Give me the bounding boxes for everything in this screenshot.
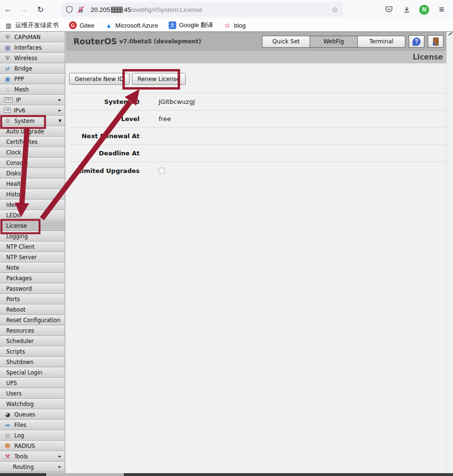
horizontal-scrollbar[interactable] bbox=[0, 473, 453, 476]
bookmark-label: Microsoft Azure bbox=[115, 22, 158, 29]
sidebar-item-label: Reset Configuration bbox=[6, 317, 60, 324]
sidebar-item-bridge[interactable]: ⇄Bridge bbox=[0, 63, 65, 74]
sidebar-item-ports[interactable]: Ports bbox=[0, 294, 65, 304]
help-button[interactable]: ? bbox=[409, 35, 424, 48]
sidebar-item-label: Wireless bbox=[14, 55, 37, 61]
back-icon[interactable]: ← bbox=[0, 5, 16, 14]
sidebar-item-history[interactable]: History bbox=[0, 189, 65, 200]
sidebar-item-clock[interactable]: Clock bbox=[0, 147, 65, 158]
sidebar-item-label: Special Login bbox=[6, 369, 42, 376]
sidebar-item-leds[interactable]: LEDs bbox=[0, 210, 65, 221]
sidebar-item-users[interactable]: Users bbox=[0, 388, 65, 399]
sidebar-item-tools[interactable]: ⚒Tools► bbox=[0, 451, 65, 462]
sidebar-item-ntp-server[interactable]: NTP Server bbox=[0, 252, 65, 263]
pocket-icon[interactable] bbox=[383, 6, 394, 13]
header-tabs: Quick SetWebFigTerminal bbox=[262, 36, 405, 48]
bookmark-label: 运维开发绿皮书 bbox=[15, 21, 59, 30]
brand-version: v7.0beta5 (development) bbox=[120, 38, 201, 45]
sidebar-item-reboot[interactable]: Reboot bbox=[0, 304, 65, 315]
bookmark-label: Google 翻译 bbox=[179, 21, 213, 30]
bookmark-google[interactable]: 文Google 翻译 bbox=[169, 21, 213, 30]
sidebar-item-label: Password bbox=[6, 285, 32, 292]
downloads-icon[interactable] bbox=[401, 6, 413, 13]
sidebar-item-shutdown[interactable]: Shutdown bbox=[0, 357, 65, 367]
sidebar-item-files[interactable]: ▬Files bbox=[0, 420, 65, 430]
log-icon: ▤ bbox=[3, 433, 12, 438]
sidebar-item-reset-configuration[interactable]: Reset Configuration bbox=[0, 315, 65, 325]
sidebar-item-ip[interactable]: 255IP► bbox=[0, 95, 65, 105]
sidebar-item-resources[interactable]: Resources bbox=[0, 325, 65, 336]
bookmarks-bar: ▥运维开发绿皮书GGitee▲Microsoft Azure文Google 翻译… bbox=[0, 19, 453, 31]
tab-quick-set[interactable]: Quick Set bbox=[262, 36, 310, 48]
sidebar-item-label: LEDs bbox=[6, 212, 20, 219]
sidebar-item-wireless[interactable]: ΨWireless bbox=[0, 53, 65, 63]
vertical-scrollbar[interactable] bbox=[446, 32, 453, 473]
field-value: JGItbcwuzgJ bbox=[159, 98, 195, 105]
bookmark-star-icon[interactable]: ☆ bbox=[332, 5, 338, 14]
folder-icon: ▬ bbox=[3, 422, 12, 428]
reload-icon[interactable]: ↻ bbox=[32, 5, 49, 15]
sidebar-item-label: License bbox=[6, 223, 27, 229]
sidebar-item-password[interactable]: Password bbox=[0, 284, 65, 294]
logout-button[interactable] bbox=[428, 35, 443, 48]
sidebar-item-watchdog[interactable]: Watchdog bbox=[0, 399, 65, 409]
sidebar-item-ipv6[interactable]: v6IPv6► bbox=[0, 105, 65, 116]
sidebar-item-ups[interactable]: UPS bbox=[0, 378, 65, 388]
sidebar-item-label: Queues bbox=[14, 411, 35, 418]
sidebar-item-special-login[interactable]: Special Login bbox=[0, 367, 65, 378]
generate-new-id-button[interactable]: Generate New ID bbox=[69, 73, 130, 85]
sidebar-item-interfaces[interactable]: ▦Interfaces bbox=[0, 42, 65, 53]
renew-license-button[interactable]: Renew License bbox=[132, 73, 186, 85]
url-bar[interactable]: 20.20545/webfig/#System:License ☆ bbox=[61, 2, 343, 17]
sidebar-item-radius[interactable]: ☻RADIUS bbox=[0, 441, 65, 451]
sidebar-item-license[interactable]: License bbox=[0, 221, 65, 231]
sidebar-item-scripts[interactable]: Scripts bbox=[0, 346, 65, 357]
sidebar-item-ntp-client[interactable]: NTP Client bbox=[0, 242, 65, 252]
sidebar-item-console[interactable]: Console bbox=[0, 158, 65, 168]
sidebar-item-label: Shutdown bbox=[6, 359, 33, 365]
bookmark-blog[interactable]: ✿blog bbox=[223, 21, 246, 29]
forward-icon[interactable]: → bbox=[16, 5, 32, 14]
sidebar-item-label: Files bbox=[14, 422, 26, 428]
sidebar-item-disks[interactable]: Disks bbox=[0, 168, 65, 179]
sidebar-item-log[interactable]: ▤Log bbox=[0, 430, 65, 441]
sidebar-item-label: Scheduler bbox=[6, 338, 34, 344]
sidebar-item-capsman[interactable]: ΨCAPsMAN bbox=[0, 32, 65, 42]
sidebar-item-label: Routing bbox=[13, 464, 34, 470]
sidebar-item-health[interactable]: Health bbox=[0, 179, 65, 189]
menu-icon[interactable]: ≡ bbox=[436, 4, 447, 15]
limited-upgrades-checkbox[interactable] bbox=[159, 168, 165, 174]
horizontal-scrollbar-thumb[interactable] bbox=[46, 473, 124, 476]
tab-terminal[interactable]: Terminal bbox=[357, 36, 405, 48]
bookmark-label: Gitee bbox=[80, 22, 94, 29]
sidebar-item-label: Mesh bbox=[14, 86, 29, 93]
sidebar-item-note[interactable]: Note bbox=[0, 263, 65, 273]
sidebar-item-queues[interactable]: ◕Queues bbox=[0, 409, 65, 420]
sidebar-item-scheduler[interactable]: Scheduler bbox=[0, 336, 65, 346]
sidebar-item-logging[interactable]: Logging bbox=[0, 231, 65, 242]
sidebar-item-label: IPv6 bbox=[14, 107, 25, 114]
sidebar-item-label: Auto Upgrade bbox=[6, 128, 44, 135]
tab-webfig[interactable]: WebFig bbox=[310, 36, 358, 48]
sidebar-item-auto-upgrade[interactable]: Auto Upgrade bbox=[0, 126, 65, 137]
sidebar-item-label: Certificates bbox=[6, 139, 38, 145]
sidebar-item-mesh[interactable]: ∴Mesh bbox=[0, 84, 65, 95]
sidebar-item-label: System bbox=[14, 118, 35, 124]
chevron-right-icon: ► bbox=[59, 454, 61, 458]
sidebar-item-certificates[interactable]: Certificates bbox=[0, 137, 65, 147]
bookmark-microsoft-azure[interactable]: ▲Microsoft Azure bbox=[105, 21, 158, 29]
tracking-protection-shield-icon[interactable] bbox=[66, 6, 73, 13]
bookmark-[interactable]: ▥运维开发绿皮书 bbox=[5, 21, 59, 30]
brand-name: RouterOS bbox=[73, 37, 117, 46]
extension-badge-icon[interactable]: N bbox=[419, 5, 429, 15]
sidebar-item-ppp[interactable]: ▣PPP bbox=[0, 74, 65, 84]
bookmark-gitee[interactable]: GGitee bbox=[69, 21, 94, 29]
sidebar-item-routing[interactable]: Routing► bbox=[0, 462, 65, 472]
sidebar-item-label: Users bbox=[6, 390, 21, 397]
page-title: License bbox=[413, 53, 443, 61]
sidebar-item-system[interactable]: ⚙System▼ bbox=[0, 116, 65, 126]
sidebar-item-label: Ports bbox=[6, 296, 20, 303]
sidebar-item-identity[interactable]: Identity bbox=[0, 200, 65, 210]
sidebar-item-packages[interactable]: Packages bbox=[0, 273, 65, 284]
insecure-lock-slash-icon[interactable] bbox=[77, 6, 84, 13]
